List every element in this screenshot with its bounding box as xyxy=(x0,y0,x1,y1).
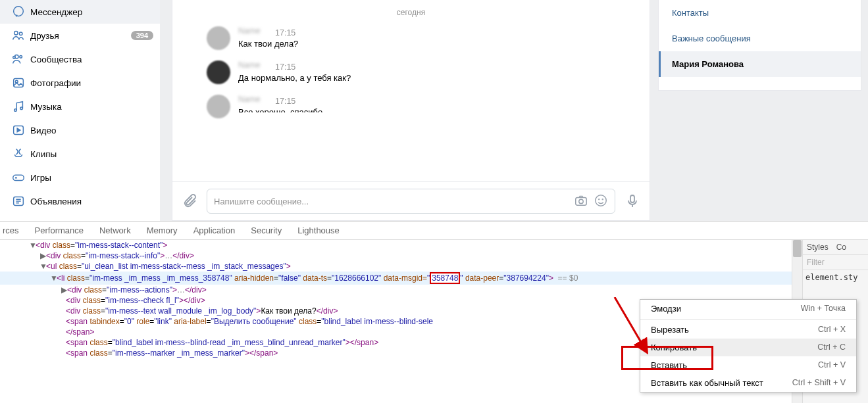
sidebar-label: Мессенджер xyxy=(30,7,156,17)
message-row[interactable]: Name17:15 Все хорошо, спасибо xyxy=(172,95,650,118)
ctx-item-emoji[interactable]: ЭмодзиWin + Точка xyxy=(640,300,856,318)
svg-point-5 xyxy=(13,56,16,59)
highlighted-msgid: 358748 xyxy=(430,272,460,284)
svg-rect-6 xyxy=(14,79,24,87)
date-separator: сегодня xyxy=(172,3,650,26)
right-item-contacts[interactable]: Контакты xyxy=(659,0,861,26)
friends-icon xyxy=(7,28,30,43)
message-row[interactable]: Name17:15 Да нормально, а у тебя как? xyxy=(172,60,650,95)
sidebar-label: Видео xyxy=(30,126,156,135)
avatar[interactable] xyxy=(207,60,230,84)
svg-point-1 xyxy=(14,32,18,36)
message-text: Да нормально, а у тебя как? xyxy=(238,73,351,83)
clips-icon xyxy=(7,147,30,161)
devtools-side-tab[interactable]: Co xyxy=(836,243,846,252)
right-item-important[interactable]: Важные сообщения xyxy=(659,26,861,51)
selected-dom-node: ▼<li class="im-mess _im_mess _im_mess_35… xyxy=(0,272,802,285)
sidebar-item-friends[interactable]: Друзья 394 xyxy=(0,24,160,47)
sidebar-item-music[interactable]: Музыка xyxy=(0,95,160,118)
sidebar-item-messenger[interactable]: Мессенджер xyxy=(0,0,160,24)
devtools-tabs: rces Performance Network Memory Applicat… xyxy=(0,222,868,240)
avatar[interactable] xyxy=(207,95,230,118)
ctx-item-paste[interactable]: ВставитьCtrl + V xyxy=(640,356,856,374)
chat-column: сегодня Name17:15 Как твои дела? Name17:… xyxy=(172,0,650,221)
devtools-side-tab[interactable]: Styles xyxy=(807,243,829,252)
svg-rect-18 xyxy=(630,195,634,202)
devtools-tab[interactable]: rces xyxy=(3,225,19,235)
svg-point-4 xyxy=(20,56,22,59)
sidebar-label: Игры xyxy=(30,173,156,183)
ctx-item-cut[interactable]: ВырезатьCtrl + X xyxy=(640,321,856,339)
message-header: Name17:15 xyxy=(238,95,322,106)
sidebar-label: Музыка xyxy=(30,102,156,112)
context-menu: ЭмодзиWin + Точка ВырезатьCtrl + X Копир… xyxy=(640,299,857,392)
emoji-icon[interactable] xyxy=(594,193,608,210)
right-panel: Контакты Важные сообщения Мария Романова xyxy=(658,0,861,91)
filter-input[interactable]: Filter xyxy=(803,255,868,270)
svg-point-9 xyxy=(20,107,23,110)
mic-button[interactable] xyxy=(623,192,642,210)
sidebar-label: Объявления xyxy=(30,197,156,206)
badge: 394 xyxy=(131,31,153,40)
sidebar-label: Фотографии xyxy=(30,78,156,88)
devtools-tab[interactable]: Security xyxy=(251,225,282,235)
message-time: 17:15 xyxy=(275,62,295,72)
ctx-item-copy[interactable]: КопироватьCtrl + C xyxy=(640,339,856,356)
ctx-item-paste-plain[interactable]: Вставить как обычный текстCtrl + Shift +… xyxy=(640,374,856,392)
message-text: Все хорошо, спасибо xyxy=(238,107,322,112)
avatar[interactable] xyxy=(207,26,230,50)
sidebar-label: Сообщества xyxy=(30,55,156,64)
music-icon xyxy=(7,99,30,114)
message-header: Name17:15 xyxy=(238,26,298,37)
ads-icon xyxy=(7,194,30,208)
svg-point-15 xyxy=(596,195,607,206)
sidebar-item-clips[interactable]: Клипы xyxy=(0,142,160,166)
sidebar: Мессенджер Друзья 394 Сообщества Фотогра… xyxy=(0,0,160,221)
attach-button[interactable] xyxy=(180,192,199,210)
video-icon xyxy=(7,123,30,137)
message-row[interactable]: Name17:15 Как твои дела? xyxy=(172,26,650,60)
svg-point-8 xyxy=(14,109,17,112)
messenger-icon xyxy=(7,5,30,19)
svg-point-16 xyxy=(599,199,600,199)
devtools-tab[interactable]: Application xyxy=(193,225,236,235)
camera-icon[interactable] xyxy=(574,193,588,210)
svg-point-14 xyxy=(579,199,583,203)
games-icon xyxy=(7,170,30,185)
message-header: Name17:15 xyxy=(238,60,351,72)
message-time: 17:15 xyxy=(275,28,295,37)
message-input[interactable] xyxy=(214,197,569,206)
sidebar-label: Клипы xyxy=(30,149,156,159)
right-item-active[interactable]: Мария Романова xyxy=(659,51,861,77)
composer-input-wrap xyxy=(207,189,615,214)
communities-icon xyxy=(7,52,30,66)
chat-body: сегодня Name17:15 Как твои дела? Name17:… xyxy=(172,0,650,181)
sidebar-item-photos[interactable]: Фотографии xyxy=(0,71,160,95)
ctx-separator xyxy=(640,319,856,320)
devtools-tab[interactable]: Lighthouse xyxy=(297,225,340,235)
sidebar-item-games[interactable]: Игры xyxy=(0,166,160,189)
devtools-tab[interactable]: Performance xyxy=(35,225,84,235)
svg-point-2 xyxy=(19,32,22,36)
photos-icon xyxy=(7,76,30,90)
sidebar-label: Друзья xyxy=(30,31,131,41)
sidebar-item-video[interactable]: Видео xyxy=(0,118,160,142)
style-body: element.sty xyxy=(803,270,868,285)
sidebar-item-communities[interactable]: Сообщества xyxy=(0,47,160,71)
svg-rect-13 xyxy=(576,197,587,205)
message-text: Как твои дела? xyxy=(238,39,298,49)
svg-point-17 xyxy=(602,199,603,199)
message-time: 17:15 xyxy=(275,97,295,106)
devtools-tab[interactable]: Memory xyxy=(147,225,178,235)
devtools-tab[interactable]: Network xyxy=(99,225,131,235)
composer xyxy=(172,181,650,220)
sidebar-item-ads[interactable]: Объявления xyxy=(0,189,160,213)
svg-point-0 xyxy=(14,7,24,16)
svg-rect-11 xyxy=(13,175,24,180)
